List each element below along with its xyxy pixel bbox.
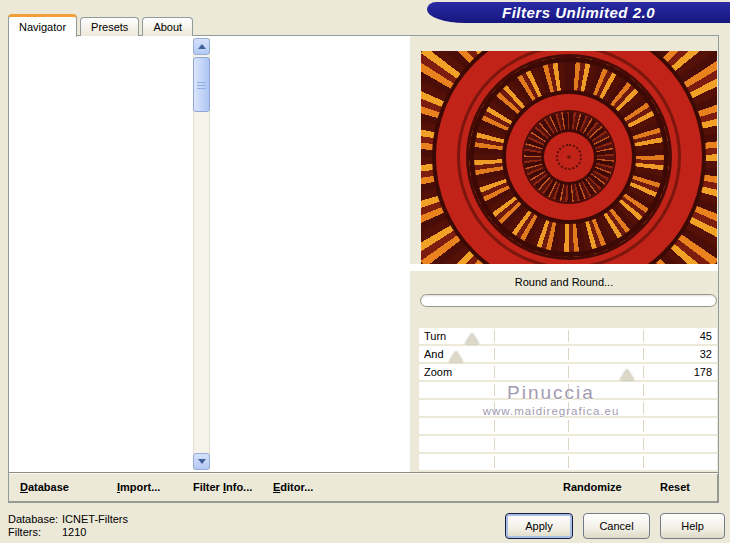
- tab[interactable]: About: [142, 17, 193, 36]
- toolbar-button-text: atabase: [28, 481, 69, 493]
- slider-row[interactable]: Zoom 178: [419, 364, 717, 380]
- category-list-item[interactable]: Alf's Power Grads: [10, 358, 192, 374]
- category-list-item[interactable]: VM 1: [10, 40, 192, 56]
- toolbar-button[interactable]: Randomize: [563, 481, 622, 493]
- preview-frame-bottom: [409, 264, 718, 271]
- filter-list-item[interactable]: Three Cuts: [215, 40, 409, 56]
- category-list-item[interactable]: &<Background Designers IV>: [10, 167, 192, 183]
- category-list-item[interactable]: VM Distortion: [10, 56, 192, 72]
- category-list-item[interactable]: VM Extravaganza: [10, 88, 192, 104]
- slider-thumb-icon[interactable]: [465, 333, 479, 344]
- slider-row-empty: [419, 382, 717, 398]
- category-list-item[interactable]: Alf's Border FX: [10, 342, 192, 358]
- status-row: Database:ICNET-Filters: [8, 513, 128, 526]
- category-scrollbar[interactable]: [193, 38, 210, 470]
- toolbar-button[interactable]: Reset: [660, 481, 690, 493]
- slider-tick: [494, 348, 495, 360]
- filter-list-item[interactable]: Round and Round...: [215, 88, 409, 104]
- slider-row-empty: [419, 454, 717, 470]
- tab[interactable]: Navigator: [8, 14, 77, 37]
- category-list-item[interactable]: VM Natural: [10, 119, 192, 135]
- slider-value: 32: [700, 346, 712, 362]
- status-value: ICNET-Filters: [62, 513, 128, 525]
- dialog-button[interactable]: Apply: [505, 513, 573, 539]
- slider-tick: [494, 366, 495, 378]
- slider-row[interactable]: And 32: [419, 346, 717, 362]
- tab-label: Navigator: [19, 21, 66, 33]
- window-title: Filters Unlimited 2.0: [502, 4, 655, 21]
- filter-list-item[interactable]: Origami Folder...: [215, 72, 409, 88]
- category-list-item[interactable]: Alf's Power Sines: [10, 374, 192, 390]
- category-list: VM 1 VM Distortion VM Experimental VM Ex…: [10, 40, 192, 469]
- category-list-item[interactable]: Andrew's Filter Collection 57: [10, 453, 192, 469]
- slider-row-empty: [419, 418, 717, 434]
- dialog-button[interactable]: Help: [660, 513, 725, 539]
- category-list-item[interactable]: &Neu!: [10, 278, 192, 294]
- category-list-item[interactable]: Andrew's Filter Collection 55: [10, 421, 192, 437]
- category-list-item[interactable]: Andrew's Filter Collection 56: [10, 437, 192, 453]
- filter-list-item[interactable]: Wired: [215, 120, 409, 136]
- toolbar: Database Import... Filter Info... Editor…: [9, 473, 718, 502]
- toolbar-button-text: nfo...: [226, 481, 252, 493]
- scrollbar-down-button[interactable]: [193, 453, 210, 470]
- category-list-item[interactable]: VM: [10, 151, 192, 167]
- tab-label: Presets: [91, 21, 128, 33]
- slider-tick: [643, 348, 644, 360]
- filter-list: Three Cuts Inspirator... Origami Folder.…: [215, 40, 409, 136]
- tab-label: About: [153, 21, 182, 33]
- slider-row-empty: [419, 400, 717, 416]
- filter-list-item[interactable]: Tripolis...: [215, 104, 409, 120]
- tab[interactable]: Presets: [80, 17, 139, 36]
- slider-tick: [494, 330, 495, 342]
- category-list-item[interactable]: [AFS IMPORT]: [10, 294, 192, 310]
- progress-bar: [420, 294, 717, 307]
- dialog-button[interactable]: Cancel: [583, 513, 650, 539]
- toolbar-button[interactable]: Import...: [117, 481, 160, 493]
- slider-row[interactable]: Turn 45: [419, 328, 717, 344]
- selected-filter-label: Round and Round...: [410, 276, 718, 288]
- toolbar-button[interactable]: Database: [20, 481, 69, 493]
- scrollbar-up-icon: [198, 40, 206, 49]
- category-list-item[interactable]: AFH: [10, 326, 192, 342]
- category-list-item[interactable]: &<BKg Designer sf10 II>: [10, 199, 192, 215]
- tab-page: VM 1 VM Distortion VM Experimental VM Ex…: [8, 35, 719, 503]
- slider-tick: [568, 348, 569, 360]
- scrollbar-up-button[interactable]: [193, 38, 210, 55]
- toolbar-button[interactable]: Filter Info...: [193, 481, 252, 493]
- category-list-item[interactable]: Alf's Power Toys: [10, 390, 192, 406]
- status-label: Database:: [8, 513, 62, 526]
- category-list-item[interactable]: &<Bkg Designers sf10 IV>: [10, 231, 192, 247]
- dialog-button-label: Cancel: [599, 520, 633, 532]
- scrollbar-thumb[interactable]: [193, 57, 210, 112]
- toolbar-button-text: mport...: [120, 481, 160, 493]
- category-list-item[interactable]: &<Bkg Designer sf10 I>: [10, 183, 192, 199]
- slider-value: 45: [700, 328, 712, 344]
- category-list-item[interactable]: VM Toolbox: [10, 135, 192, 151]
- slider-tick: [643, 330, 644, 342]
- category-list-item[interactable]: &<Bkg Kaleidoscope>: [10, 247, 192, 263]
- slider-tick: [568, 330, 569, 342]
- slider-tick: [568, 366, 569, 378]
- slider-label: Turn: [424, 328, 446, 344]
- slider-thumb-icon[interactable]: [620, 369, 634, 380]
- toolbar-button-text: ditor...: [280, 481, 313, 493]
- filters-unlimited-window: Filters Unlimited 2.0 Navigator Presets …: [0, 0, 730, 543]
- status-value: 1210: [62, 526, 86, 538]
- scrollbar-grip-icon: [197, 81, 206, 89]
- tab-bar: Navigator Presets About: [8, 14, 193, 36]
- toolbar-button-text: Randomize: [563, 481, 622, 493]
- filter-list-item[interactable]: Inspirator...: [215, 56, 409, 72]
- title-banner: Filters Unlimited 2.0: [427, 2, 730, 23]
- category-list-item[interactable]: &<Sandflower Specials°v° >: [10, 262, 192, 278]
- category-list-item[interactable]: VM Instant Art: [10, 104, 192, 120]
- category-list-item[interactable]: AB Filters 2000: [10, 310, 192, 326]
- slider-thumb-icon[interactable]: [449, 351, 463, 362]
- slider-stack: Turn 45 And 32 Zoom: [419, 328, 717, 382]
- category-list-item[interactable]: AlphaWorks: [10, 405, 192, 421]
- status-label: Filters:: [8, 526, 62, 539]
- category-list-item[interactable]: VM Experimental: [10, 72, 192, 88]
- category-list-item[interactable]: &<Bkg Designer sf10 III>: [10, 215, 192, 231]
- dialog-button-label: Help: [681, 520, 704, 532]
- preview-image[interactable]: [421, 51, 717, 264]
- toolbar-button[interactable]: Editor...: [273, 481, 313, 493]
